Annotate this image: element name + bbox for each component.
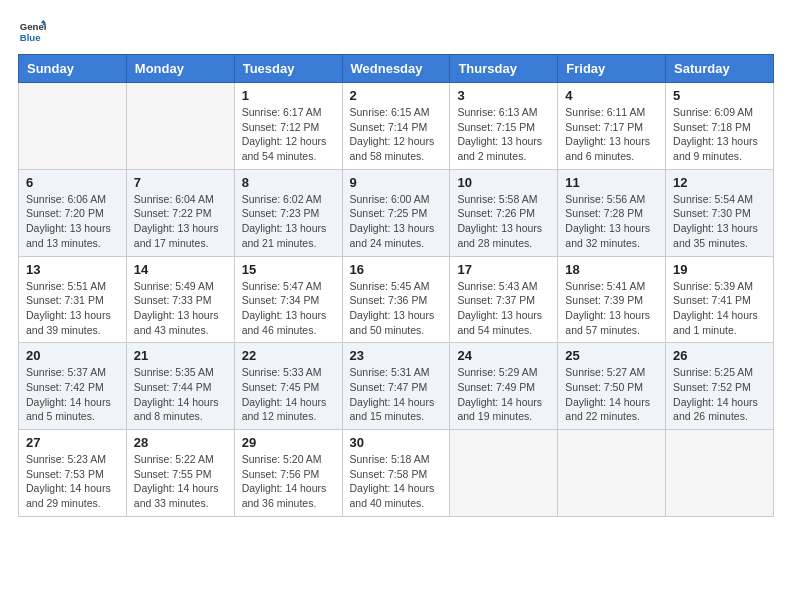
calendar-day-cell: 21Sunrise: 5:35 AM Sunset: 7:44 PM Dayli… [126,343,234,430]
day-detail: Sunrise: 5:29 AM Sunset: 7:49 PM Dayligh… [457,365,550,424]
calendar-week-row: 20Sunrise: 5:37 AM Sunset: 7:42 PM Dayli… [19,343,774,430]
day-number: 15 [242,262,335,277]
day-number: 9 [350,175,443,190]
day-detail: Sunrise: 5:37 AM Sunset: 7:42 PM Dayligh… [26,365,119,424]
calendar-container: General Blue SundayMondayTuesdayWednesda… [0,0,792,535]
calendar-day-cell: 24Sunrise: 5:29 AM Sunset: 7:49 PM Dayli… [450,343,558,430]
day-detail: Sunrise: 5:49 AM Sunset: 7:33 PM Dayligh… [134,279,227,338]
weekday-header-wednesday: Wednesday [342,55,450,83]
day-detail: Sunrise: 6:06 AM Sunset: 7:20 PM Dayligh… [26,192,119,251]
day-number: 13 [26,262,119,277]
day-number: 11 [565,175,658,190]
calendar-day-cell [126,83,234,170]
day-detail: Sunrise: 5:41 AM Sunset: 7:39 PM Dayligh… [565,279,658,338]
calendar-day-cell: 29Sunrise: 5:20 AM Sunset: 7:56 PM Dayli… [234,430,342,517]
weekday-header-tuesday: Tuesday [234,55,342,83]
weekday-header-monday: Monday [126,55,234,83]
day-number: 26 [673,348,766,363]
day-detail: Sunrise: 5:25 AM Sunset: 7:52 PM Dayligh… [673,365,766,424]
day-detail: Sunrise: 5:35 AM Sunset: 7:44 PM Dayligh… [134,365,227,424]
calendar-day-cell [450,430,558,517]
day-detail: Sunrise: 6:15 AM Sunset: 7:14 PM Dayligh… [350,105,443,164]
calendar-day-cell: 17Sunrise: 5:43 AM Sunset: 7:37 PM Dayli… [450,256,558,343]
calendar-day-cell: 4Sunrise: 6:11 AM Sunset: 7:17 PM Daylig… [558,83,666,170]
day-number: 12 [673,175,766,190]
day-number: 4 [565,88,658,103]
calendar-day-cell: 30Sunrise: 5:18 AM Sunset: 7:58 PM Dayli… [342,430,450,517]
day-number: 23 [350,348,443,363]
day-number: 14 [134,262,227,277]
day-detail: Sunrise: 6:04 AM Sunset: 7:22 PM Dayligh… [134,192,227,251]
calendar-day-cell: 2Sunrise: 6:15 AM Sunset: 7:14 PM Daylig… [342,83,450,170]
calendar-day-cell: 13Sunrise: 5:51 AM Sunset: 7:31 PM Dayli… [19,256,127,343]
day-number: 10 [457,175,550,190]
day-detail: Sunrise: 6:17 AM Sunset: 7:12 PM Dayligh… [242,105,335,164]
day-number: 5 [673,88,766,103]
calendar-week-row: 13Sunrise: 5:51 AM Sunset: 7:31 PM Dayli… [19,256,774,343]
day-detail: Sunrise: 5:23 AM Sunset: 7:53 PM Dayligh… [26,452,119,511]
day-detail: Sunrise: 5:27 AM Sunset: 7:50 PM Dayligh… [565,365,658,424]
day-detail: Sunrise: 5:47 AM Sunset: 7:34 PM Dayligh… [242,279,335,338]
calendar-day-cell: 19Sunrise: 5:39 AM Sunset: 7:41 PM Dayli… [666,256,774,343]
weekday-header-thursday: Thursday [450,55,558,83]
calendar-day-cell: 9Sunrise: 6:00 AM Sunset: 7:25 PM Daylig… [342,169,450,256]
day-detail: Sunrise: 6:02 AM Sunset: 7:23 PM Dayligh… [242,192,335,251]
day-number: 22 [242,348,335,363]
day-number: 17 [457,262,550,277]
day-number: 7 [134,175,227,190]
day-number: 28 [134,435,227,450]
calendar-day-cell: 18Sunrise: 5:41 AM Sunset: 7:39 PM Dayli… [558,256,666,343]
day-number: 3 [457,88,550,103]
calendar-day-cell: 6Sunrise: 6:06 AM Sunset: 7:20 PM Daylig… [19,169,127,256]
day-detail: Sunrise: 5:43 AM Sunset: 7:37 PM Dayligh… [457,279,550,338]
day-number: 20 [26,348,119,363]
day-number: 29 [242,435,335,450]
day-number: 8 [242,175,335,190]
calendar-day-cell: 5Sunrise: 6:09 AM Sunset: 7:18 PM Daylig… [666,83,774,170]
calendar-day-cell: 14Sunrise: 5:49 AM Sunset: 7:33 PM Dayli… [126,256,234,343]
calendar-week-row: 6Sunrise: 6:06 AM Sunset: 7:20 PM Daylig… [19,169,774,256]
day-number: 6 [26,175,119,190]
calendar-day-cell: 15Sunrise: 5:47 AM Sunset: 7:34 PM Dayli… [234,256,342,343]
weekday-header-row: SundayMondayTuesdayWednesdayThursdayFrid… [19,55,774,83]
day-detail: Sunrise: 5:58 AM Sunset: 7:26 PM Dayligh… [457,192,550,251]
day-detail: Sunrise: 5:20 AM Sunset: 7:56 PM Dayligh… [242,452,335,511]
calendar-week-row: 1Sunrise: 6:17 AM Sunset: 7:12 PM Daylig… [19,83,774,170]
calendar-day-cell: 28Sunrise: 5:22 AM Sunset: 7:55 PM Dayli… [126,430,234,517]
calendar-day-cell: 23Sunrise: 5:31 AM Sunset: 7:47 PM Dayli… [342,343,450,430]
weekday-header-friday: Friday [558,55,666,83]
day-detail: Sunrise: 5:39 AM Sunset: 7:41 PM Dayligh… [673,279,766,338]
day-number: 25 [565,348,658,363]
calendar-day-cell: 7Sunrise: 6:04 AM Sunset: 7:22 PM Daylig… [126,169,234,256]
day-detail: Sunrise: 5:22 AM Sunset: 7:55 PM Dayligh… [134,452,227,511]
day-detail: Sunrise: 6:00 AM Sunset: 7:25 PM Dayligh… [350,192,443,251]
day-number: 21 [134,348,227,363]
day-number: 24 [457,348,550,363]
calendar-table: SundayMondayTuesdayWednesdayThursdayFrid… [18,54,774,517]
day-detail: Sunrise: 5:45 AM Sunset: 7:36 PM Dayligh… [350,279,443,338]
day-detail: Sunrise: 5:51 AM Sunset: 7:31 PM Dayligh… [26,279,119,338]
header: General Blue [18,18,774,46]
day-detail: Sunrise: 5:54 AM Sunset: 7:30 PM Dayligh… [673,192,766,251]
logo-icon: General Blue [18,18,46,46]
calendar-day-cell: 8Sunrise: 6:02 AM Sunset: 7:23 PM Daylig… [234,169,342,256]
day-number: 16 [350,262,443,277]
calendar-day-cell: 11Sunrise: 5:56 AM Sunset: 7:28 PM Dayli… [558,169,666,256]
calendar-day-cell: 1Sunrise: 6:17 AM Sunset: 7:12 PM Daylig… [234,83,342,170]
calendar-day-cell: 12Sunrise: 5:54 AM Sunset: 7:30 PM Dayli… [666,169,774,256]
calendar-day-cell: 25Sunrise: 5:27 AM Sunset: 7:50 PM Dayli… [558,343,666,430]
day-number: 19 [673,262,766,277]
day-number: 18 [565,262,658,277]
day-detail: Sunrise: 5:31 AM Sunset: 7:47 PM Dayligh… [350,365,443,424]
calendar-week-row: 27Sunrise: 5:23 AM Sunset: 7:53 PM Dayli… [19,430,774,517]
calendar-day-cell: 10Sunrise: 5:58 AM Sunset: 7:26 PM Dayli… [450,169,558,256]
day-number: 30 [350,435,443,450]
calendar-day-cell [19,83,127,170]
svg-text:Blue: Blue [20,32,41,43]
day-detail: Sunrise: 6:11 AM Sunset: 7:17 PM Dayligh… [565,105,658,164]
calendar-day-cell: 3Sunrise: 6:13 AM Sunset: 7:15 PM Daylig… [450,83,558,170]
day-number: 27 [26,435,119,450]
calendar-day-cell: 20Sunrise: 5:37 AM Sunset: 7:42 PM Dayli… [19,343,127,430]
calendar-day-cell: 16Sunrise: 5:45 AM Sunset: 7:36 PM Dayli… [342,256,450,343]
calendar-day-cell [666,430,774,517]
